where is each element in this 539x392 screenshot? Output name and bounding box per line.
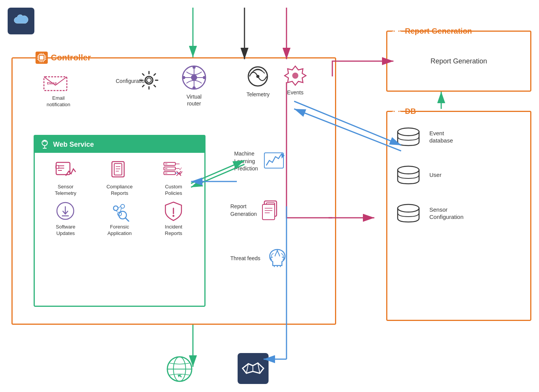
svg-rect-1 (40, 56, 44, 60)
email-notification-label: Email notification (47, 95, 70, 108)
svg-point-64 (113, 206, 118, 211)
report-gen-box-title: Report Generation (405, 27, 472, 36)
db-chip-svg (391, 105, 402, 116)
ws-custom-policies: ✓ ✓ Custom Policies (149, 160, 199, 197)
svg-point-30 (193, 66, 196, 69)
events-label: Events (287, 89, 304, 96)
report-gen-chip-svg (391, 25, 402, 36)
svg-text:✓: ✓ (179, 166, 183, 172)
controller-box: Controller EMAIL Email notification Conf… (11, 57, 336, 325)
db-box-label: DB (391, 105, 416, 117)
incident-reports-icon (163, 201, 184, 222)
threat-feeds-area: Threat feeds (230, 246, 290, 271)
telemetry-area: Telemetry (246, 64, 270, 97)
virtual-router-icon (181, 64, 207, 91)
svg-line-71 (126, 218, 129, 221)
cloud-icon-box (8, 8, 34, 34)
incident-reports-label: Incident Reports (165, 224, 183, 237)
report-gen-center-icon (261, 200, 282, 221)
handshake-icon (237, 352, 269, 385)
db-user: User (395, 165, 523, 185)
svg-line-24 (142, 85, 144, 87)
ml-prediction-icon (262, 151, 285, 172)
event-database-label: Event database (429, 130, 453, 144)
web-service-title: Web Service (53, 141, 94, 149)
db-sensor-configuration: Sensor Configuration (395, 204, 523, 223)
svg-line-23 (154, 74, 155, 75)
web-service-box: Web Service Sensor Telemetry (34, 135, 206, 307)
email-notification: EMAIL Email notification (43, 74, 74, 108)
svg-point-33 (203, 76, 206, 79)
svg-rect-81 (262, 204, 275, 220)
svg-point-73 (172, 215, 174, 217)
events-icon (284, 64, 307, 87)
svg-line-21 (142, 74, 144, 75)
events-area: Events (284, 64, 307, 96)
ws-sensor-telemetry: Sensor Telemetry (40, 160, 91, 197)
svg-marker-122 (178, 374, 182, 377)
svg-rect-103 (395, 109, 398, 112)
svg-line-22 (154, 85, 155, 87)
svg-point-25 (147, 78, 151, 83)
db-box: DB Event database User (386, 111, 531, 321)
web-service-header: Web Service (35, 136, 204, 153)
user-db-icon (395, 165, 422, 185)
forensic-application-label: Forensic Application (107, 224, 132, 237)
svg-text:EMAIL: EMAIL (47, 81, 58, 85)
threat-feeds-icon (265, 246, 290, 271)
main-canvas: Controller EMAIL Email notification Conf… (0, 0, 539, 392)
db-chip-icon (391, 105, 402, 117)
svg-line-67 (118, 206, 121, 208)
svg-point-118 (398, 204, 419, 212)
sensor-telemetry-icon (54, 160, 77, 181)
virtual-router: Virtual router (181, 64, 207, 107)
gear-area (139, 70, 160, 92)
ws-forensic-application: Forensic Application (94, 201, 144, 237)
custom-policies-icon: ✓ ✓ (162, 160, 185, 181)
svg-point-117 (398, 166, 419, 174)
svg-rect-47 (114, 164, 122, 175)
gear-icon (139, 70, 160, 91)
svg-point-37 (292, 73, 298, 79)
custom-policies-label: Custom Policies (165, 184, 182, 197)
controller-title: Controller (51, 53, 91, 63)
report-gen-box: Report Generation Report Generation (386, 31, 531, 92)
ml-prediction-label: Machine Learning Prediction (234, 150, 258, 173)
db-box-title: DB (405, 107, 416, 116)
svg-point-35 (256, 75, 259, 78)
internet-globe-icon (164, 354, 195, 384)
event-database-icon (395, 127, 422, 146)
user-db-label: User (429, 171, 442, 179)
report-gen-center-area: Report Generation (230, 200, 282, 221)
svg-point-32 (182, 76, 185, 79)
forensic-application-icon (108, 201, 131, 222)
db-event-database: Event database (395, 127, 523, 146)
software-updates-icon (55, 201, 76, 222)
report-gen-box-content: Report Generation (431, 57, 487, 65)
chip-icon (36, 52, 48, 64)
controller-label: Controller (36, 52, 91, 64)
handshake-area (237, 352, 269, 386)
chip-icon-svg (36, 52, 47, 63)
cloud-icon (13, 13, 29, 29)
internet-globe (164, 354, 195, 384)
compliance-reports-label: Compliance Reports (107, 184, 133, 197)
sensor-config-label: Sensor Configuration (429, 206, 463, 221)
db-items: Event database User Sensor Configuration (387, 112, 530, 238)
svg-rect-89 (395, 28, 398, 32)
compliance-reports-icon (109, 160, 130, 181)
ws-incident-reports: Incident Reports (149, 201, 199, 237)
virtual-router-label: Virtual router (186, 93, 201, 107)
svg-point-31 (193, 86, 196, 89)
report-gen-center-label: Report Generation (230, 203, 257, 218)
web-service-icon (39, 139, 50, 150)
software-updates-label: Software Updates (56, 224, 75, 237)
ws-compliance-reports: Compliance Reports (94, 160, 144, 197)
email-icon: EMAIL (43, 74, 74, 93)
telemetry-icon (246, 64, 270, 89)
sensor-config-icon (395, 204, 422, 223)
svg-point-116 (398, 128, 419, 136)
ws-software-updates: Software Updates (40, 201, 91, 237)
sensor-telemetry-label: Sensor Telemetry (55, 184, 76, 197)
ml-prediction-area: Machine Learning Prediction (234, 150, 285, 173)
